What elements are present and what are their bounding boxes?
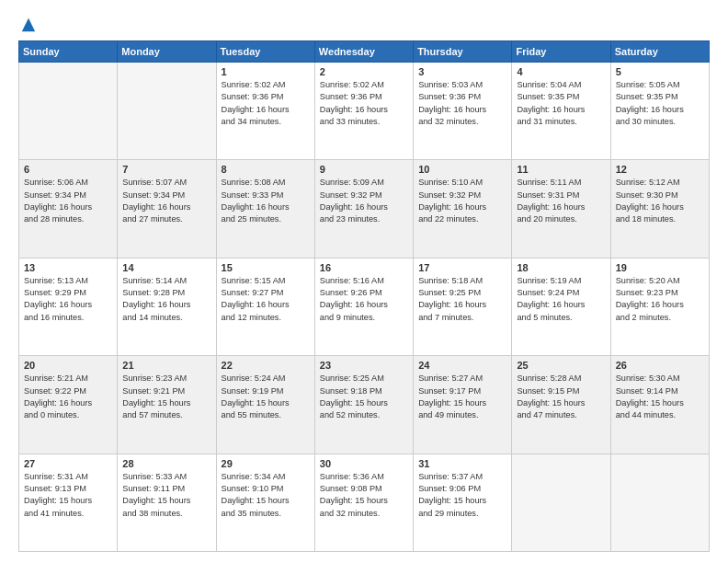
calendar-week-3: 13Sunrise: 5:13 AM Sunset: 9:29 PM Dayli… — [19, 258, 710, 355]
calendar-cell: 8Sunrise: 5:08 AM Sunset: 9:33 PM Daylig… — [216, 160, 314, 258]
day-info: Sunrise: 5:02 AM Sunset: 9:36 PM Dayligh… — [222, 79, 310, 128]
calendar-cell: 28Sunrise: 5:33 AM Sunset: 9:11 PM Dayli… — [118, 454, 216, 551]
day-number: 18 — [517, 262, 605, 273]
day-info: Sunrise: 5:33 AM Sunset: 9:11 PM Dayligh… — [122, 471, 210, 520]
day-number: 2 — [320, 66, 408, 77]
calendar-cell: 15Sunrise: 5:15 AM Sunset: 9:27 PM Dayli… — [216, 258, 314, 355]
calendar-cell: 19Sunrise: 5:20 AM Sunset: 9:23 PM Dayli… — [610, 258, 709, 355]
calendar-cell: 16Sunrise: 5:16 AM Sunset: 9:26 PM Dayli… — [314, 258, 413, 355]
day-number: 14 — [122, 262, 210, 273]
day-info: Sunrise: 5:31 AM Sunset: 9:13 PM Dayligh… — [24, 471, 112, 520]
day-info: Sunrise: 5:28 AM Sunset: 9:15 PM Dayligh… — [517, 373, 605, 421]
calendar-cell: 26Sunrise: 5:30 AM Sunset: 9:14 PM Dayli… — [610, 356, 709, 454]
day-number: 11 — [517, 164, 605, 175]
day-info: Sunrise: 5:34 AM Sunset: 9:10 PM Dayligh… — [222, 471, 310, 520]
day-number: 23 — [320, 360, 408, 371]
col-header-sunday: Sunday — [19, 41, 118, 63]
day-info: Sunrise: 5:12 AM Sunset: 9:30 PM Dayligh… — [616, 177, 704, 225]
day-info: Sunrise: 5:10 AM Sunset: 9:32 PM Dayligh… — [418, 177, 506, 225]
day-number: 8 — [222, 164, 310, 175]
day-info: Sunrise: 5:27 AM Sunset: 9:17 PM Dayligh… — [418, 373, 506, 421]
calendar-cell: 2Sunrise: 5:02 AM Sunset: 9:36 PM Daylig… — [314, 63, 413, 160]
calendar-cell: 17Sunrise: 5:18 AM Sunset: 9:25 PM Dayli… — [414, 258, 512, 355]
day-number: 17 — [418, 262, 506, 273]
day-number: 26 — [616, 360, 704, 371]
day-number: 15 — [222, 262, 310, 273]
day-number: 28 — [122, 458, 210, 469]
day-info: Sunrise: 5:25 AM Sunset: 9:18 PM Dayligh… — [320, 373, 408, 421]
day-number: 1 — [222, 66, 310, 77]
calendar-cell — [19, 63, 118, 160]
calendar-cell: 25Sunrise: 5:28 AM Sunset: 9:15 PM Dayli… — [512, 356, 610, 454]
calendar-cell: 5Sunrise: 5:05 AM Sunset: 9:35 PM Daylig… — [610, 63, 709, 160]
col-header-wednesday: Wednesday — [314, 41, 413, 63]
day-info: Sunrise: 5:13 AM Sunset: 9:29 PM Dayligh… — [24, 275, 112, 324]
day-number: 21 — [122, 360, 210, 371]
calendar-cell — [610, 454, 709, 551]
calendar-cell: 22Sunrise: 5:24 AM Sunset: 9:19 PM Dayli… — [216, 356, 314, 454]
day-info: Sunrise: 5:21 AM Sunset: 9:22 PM Dayligh… — [24, 373, 112, 421]
calendar-cell: 1Sunrise: 5:02 AM Sunset: 9:36 PM Daylig… — [216, 63, 314, 160]
col-header-thursday: Thursday — [414, 41, 512, 63]
day-number: 3 — [418, 66, 506, 77]
day-info: Sunrise: 5:23 AM Sunset: 9:21 PM Dayligh… — [122, 373, 210, 421]
calendar-cell: 20Sunrise: 5:21 AM Sunset: 9:22 PM Dayli… — [19, 356, 118, 454]
day-info: Sunrise: 5:06 AM Sunset: 9:34 PM Dayligh… — [24, 177, 112, 225]
calendar-cell: 27Sunrise: 5:31 AM Sunset: 9:13 PM Dayli… — [19, 454, 118, 551]
calendar-cell: 31Sunrise: 5:37 AM Sunset: 9:06 PM Dayli… — [414, 454, 512, 551]
day-info: Sunrise: 5:11 AM Sunset: 9:31 PM Dayligh… — [517, 177, 605, 225]
day-number: 31 — [418, 458, 506, 469]
day-info: Sunrise: 5:08 AM Sunset: 9:33 PM Dayligh… — [222, 177, 310, 225]
calendar-cell: 23Sunrise: 5:25 AM Sunset: 9:18 PM Dayli… — [314, 356, 413, 454]
calendar-cell: 18Sunrise: 5:19 AM Sunset: 9:24 PM Dayli… — [512, 258, 610, 355]
day-info: Sunrise: 5:09 AM Sunset: 9:32 PM Dayligh… — [320, 177, 408, 225]
day-info: Sunrise: 5:16 AM Sunset: 9:26 PM Dayligh… — [320, 275, 408, 324]
col-header-saturday: Saturday — [610, 41, 709, 63]
calendar-week-1: 1Sunrise: 5:02 AM Sunset: 9:36 PM Daylig… — [19, 63, 710, 160]
calendar-cell: 7Sunrise: 5:07 AM Sunset: 9:34 PM Daylig… — [118, 160, 216, 258]
day-number: 10 — [418, 164, 506, 175]
calendar-week-4: 20Sunrise: 5:21 AM Sunset: 9:22 PM Dayli… — [19, 356, 710, 454]
day-info: Sunrise: 5:24 AM Sunset: 9:19 PM Dayligh… — [222, 373, 310, 421]
calendar-cell: 11Sunrise: 5:11 AM Sunset: 9:31 PM Dayli… — [512, 160, 610, 258]
day-number: 22 — [222, 360, 310, 371]
logo — [18, 17, 37, 33]
day-info: Sunrise: 5:07 AM Sunset: 9:34 PM Dayligh… — [122, 177, 210, 225]
day-info: Sunrise: 5:03 AM Sunset: 9:36 PM Dayligh… — [418, 79, 506, 128]
day-number: 29 — [222, 458, 310, 469]
calendar-cell: 29Sunrise: 5:34 AM Sunset: 9:10 PM Dayli… — [216, 454, 314, 551]
page: SundayMondayTuesdayWednesdayThursdayFrid… — [0, 0, 728, 563]
day-number: 30 — [320, 458, 408, 469]
col-header-monday: Monday — [118, 41, 216, 63]
day-info: Sunrise: 5:37 AM Sunset: 9:06 PM Dayligh… — [418, 471, 506, 520]
day-number: 12 — [616, 164, 704, 175]
calendar-cell: 21Sunrise: 5:23 AM Sunset: 9:21 PM Dayli… — [118, 356, 216, 454]
day-info: Sunrise: 5:36 AM Sunset: 9:08 PM Dayligh… — [320, 471, 408, 520]
day-info: Sunrise: 5:14 AM Sunset: 9:28 PM Dayligh… — [122, 275, 210, 324]
day-number: 6 — [24, 164, 112, 175]
day-number: 5 — [616, 66, 704, 77]
calendar-week-5: 27Sunrise: 5:31 AM Sunset: 9:13 PM Dayli… — [19, 454, 710, 551]
calendar-cell: 3Sunrise: 5:03 AM Sunset: 9:36 PM Daylig… — [414, 63, 512, 160]
day-number: 4 — [517, 66, 605, 77]
col-header-tuesday: Tuesday — [216, 41, 314, 63]
calendar-cell — [118, 63, 216, 160]
day-number: 9 — [320, 164, 408, 175]
day-info: Sunrise: 5:05 AM Sunset: 9:35 PM Dayligh… — [616, 79, 704, 128]
day-number: 27 — [24, 458, 112, 469]
calendar-cell: 4Sunrise: 5:04 AM Sunset: 9:35 PM Daylig… — [512, 63, 610, 160]
calendar-cell: 9Sunrise: 5:09 AM Sunset: 9:32 PM Daylig… — [314, 160, 413, 258]
col-header-friday: Friday — [512, 41, 610, 63]
day-info: Sunrise: 5:20 AM Sunset: 9:23 PM Dayligh… — [616, 275, 704, 324]
calendar-cell: 14Sunrise: 5:14 AM Sunset: 9:28 PM Dayli… — [118, 258, 216, 355]
calendar-cell: 13Sunrise: 5:13 AM Sunset: 9:29 PM Dayli… — [19, 258, 118, 355]
day-number: 7 — [122, 164, 210, 175]
calendar-cell: 30Sunrise: 5:36 AM Sunset: 9:08 PM Dayli… — [314, 454, 413, 551]
day-number: 19 — [616, 262, 704, 273]
calendar-cell — [512, 454, 610, 551]
day-info: Sunrise: 5:30 AM Sunset: 9:14 PM Dayligh… — [616, 373, 704, 421]
calendar-cell: 10Sunrise: 5:10 AM Sunset: 9:32 PM Dayli… — [414, 160, 512, 258]
calendar-cell: 6Sunrise: 5:06 AM Sunset: 9:34 PM Daylig… — [19, 160, 118, 258]
day-number: 13 — [24, 262, 112, 273]
calendar-cell: 24Sunrise: 5:27 AM Sunset: 9:17 PM Dayli… — [414, 356, 512, 454]
